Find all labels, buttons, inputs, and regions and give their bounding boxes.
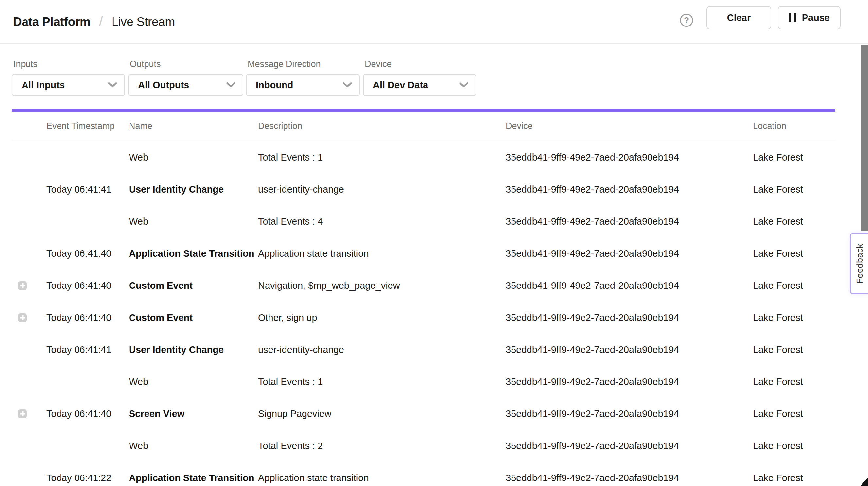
filter-label-message-direction: Message Direction [248, 59, 321, 69]
live-stream-page: Data Platform / Live Stream ? Clear Paus… [0, 0, 868, 486]
table-row[interactable]: Today 06:41:40 Custom Event Other, sign … [12, 302, 835, 334]
cell-description: Total Events : 1 [258, 376, 506, 387]
page-header: Data Platform / Live Stream ? Clear Paus… [0, 0, 868, 44]
chevron-down-icon [459, 83, 468, 88]
cell-location: Lake Forest [753, 473, 835, 483]
cell-device: 35eddb41-9ff9-49e2-7aed-20afa90eb194 [506, 312, 753, 323]
cell-name: User Identity Change [129, 344, 258, 355]
table-row[interactable]: Today 06:41:40 Screen View Signup Pagevi… [12, 398, 835, 430]
table-row[interactable]: Today 06:41:40 Application State Transit… [12, 238, 835, 270]
cell-description: Other, sign up [258, 312, 506, 323]
cell-description: Total Events : 1 [258, 152, 506, 163]
cell-description: Total Events : 4 [258, 216, 506, 227]
chat-widget-button[interactable] [859, 474, 868, 486]
column-header-event-timestamp: Event Timestamp [46, 121, 129, 131]
cell-name: Custom Event [129, 280, 258, 291]
cell-device: 35eddb41-9ff9-49e2-7aed-20afa90eb194 [506, 184, 753, 195]
inputs-dropdown[interactable]: All Inputs [12, 74, 125, 96]
cell-description: Signup Pageview [258, 408, 506, 419]
cell-location: Lake Forest [753, 216, 835, 227]
outputs-dropdown[interactable]: All Outputs [128, 74, 243, 96]
table-row[interactable]: Today 06:41:22 Application State Transit… [12, 462, 835, 486]
cell-event-timestamp: Today 06:41:40 [46, 280, 129, 291]
cell-device: 35eddb41-9ff9-49e2-7aed-20afa90eb194 [506, 152, 753, 163]
cell-event-timestamp: Today 06:41:40 [46, 248, 129, 259]
cell-device: 35eddb41-9ff9-49e2-7aed-20afa90eb194 [506, 473, 753, 483]
message-direction-dropdown[interactable]: Inbound [246, 74, 360, 96]
cell-location: Lake Forest [753, 312, 835, 323]
cell-location: Lake Forest [753, 280, 835, 291]
cell-description: user-identity-change [258, 344, 506, 355]
table-row[interactable]: Today 06:41:41 User Identity Change user… [12, 173, 835, 205]
filter-label-device: Device [365, 59, 392, 69]
cell-description: Application state transition [258, 248, 506, 259]
cell-location: Lake Forest [753, 248, 835, 259]
pause-icon [788, 13, 796, 22]
clear-button[interactable]: Clear [707, 6, 771, 29]
cell-name: Web [129, 152, 258, 163]
cell-event-timestamp: Today 06:41:40 [46, 312, 129, 323]
cell-location: Lake Forest [753, 184, 835, 195]
device-dropdown[interactable]: All Dev Data [363, 74, 476, 96]
cell-name: Custom Event [129, 312, 258, 323]
breadcrumb-separator: / [99, 13, 103, 29]
table-row[interactable]: Today 06:41:40 Custom Event Navigation, … [12, 270, 835, 302]
cell-location: Lake Forest [753, 376, 835, 387]
inputs-dropdown-value: All Inputs [12, 80, 65, 91]
cell-event-timestamp: Today 06:41:41 [46, 184, 129, 195]
expand-cell [12, 313, 46, 322]
cell-name: Application State Transition [129, 248, 258, 259]
feedback-tab[interactable]: Feedback [850, 233, 868, 294]
device-dropdown-value: All Dev Data [364, 80, 428, 91]
expand-cell [12, 281, 46, 290]
cell-location: Lake Forest [753, 344, 835, 355]
breadcrumb-section[interactable]: Data Platform [13, 15, 91, 29]
cell-location: Lake Forest [753, 408, 835, 419]
cell-event-timestamp: Today 06:41:40 [46, 408, 129, 419]
filter-label-inputs: Inputs [13, 59, 38, 69]
expand-row-button[interactable] [18, 313, 27, 322]
filter-label-outputs: Outputs [130, 59, 161, 69]
cell-device: 35eddb41-9ff9-49e2-7aed-20afa90eb194 [506, 280, 753, 291]
table-body: Web Total Events : 1 35eddb41-9ff9-49e2-… [12, 141, 835, 486]
table-row[interactable]: Web Total Events : 1 35eddb41-9ff9-49e2-… [12, 366, 835, 398]
table-row[interactable]: Web Total Events : 1 35eddb41-9ff9-49e2-… [12, 141, 835, 173]
column-header-name: Name [129, 121, 258, 131]
cell-event-timestamp: Today 06:41:22 [46, 473, 129, 483]
cell-name: User Identity Change [129, 184, 258, 195]
outputs-dropdown-value: All Outputs [129, 80, 189, 91]
cell-name: Web [129, 441, 258, 451]
cell-name: Web [129, 376, 258, 387]
pause-button[interactable]: Pause [778, 6, 840, 29]
cell-description: Application state transition [258, 473, 506, 483]
cell-device: 35eddb41-9ff9-49e2-7aed-20afa90eb194 [506, 248, 753, 259]
cell-location: Lake Forest [753, 152, 835, 163]
chevron-down-icon [226, 83, 236, 88]
page-title: Live Stream [112, 15, 175, 29]
expand-row-button[interactable] [18, 409, 27, 418]
table-header-row: Event Timestamp Name Description Device … [12, 112, 835, 141]
table-row[interactable]: Web Total Events : 2 35eddb41-9ff9-49e2-… [12, 430, 835, 462]
table-row[interactable]: Today 06:41:41 User Identity Change user… [12, 334, 835, 366]
expand-row-button[interactable] [18, 281, 27, 290]
cell-description: user-identity-change [258, 184, 506, 195]
table-row[interactable]: Web Total Events : 4 35eddb41-9ff9-49e2-… [12, 205, 835, 238]
help-icon[interactable]: ? [680, 14, 693, 27]
cell-event-timestamp: Today 06:41:41 [46, 344, 129, 355]
event-stream-table: Event Timestamp Name Description Device … [12, 112, 835, 486]
column-header-location: Location [753, 121, 835, 131]
column-header-description: Description [258, 121, 506, 131]
vertical-scrollbar[interactable] [861, 45, 868, 231]
cell-location: Lake Forest [753, 441, 835, 451]
clear-button-label: Clear [727, 12, 751, 23]
cell-name: Application State Transition [129, 473, 258, 483]
cell-description: Total Events : 2 [258, 441, 506, 451]
cell-device: 35eddb41-9ff9-49e2-7aed-20afa90eb194 [506, 216, 753, 227]
column-header-device: Device [506, 121, 753, 131]
expand-cell [12, 409, 46, 418]
filter-bar: Inputs All Inputs Outputs All Outputs Me… [0, 44, 868, 109]
breadcrumb: Data Platform / Live Stream [13, 0, 175, 43]
chevron-down-icon [108, 83, 117, 88]
cell-name: Web [129, 216, 258, 227]
pause-button-label: Pause [802, 12, 830, 23]
